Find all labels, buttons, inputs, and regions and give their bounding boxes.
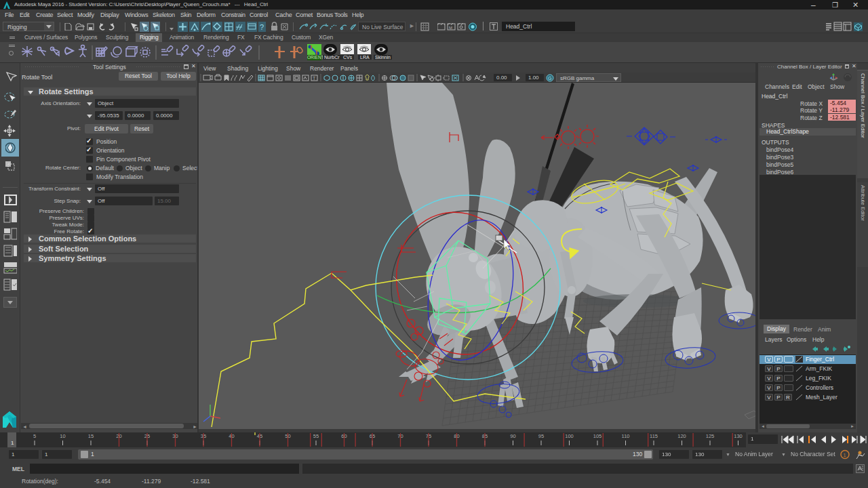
svg-text:115: 115: [650, 433, 658, 439]
svg-text:120: 120: [677, 433, 686, 439]
svg-text:10: 10: [60, 433, 65, 439]
svg-text:90: 90: [510, 433, 515, 439]
svg-text:130: 130: [734, 433, 743, 439]
svg-text:105: 105: [593, 433, 602, 439]
svg-text:110: 110: [622, 433, 630, 439]
svg-text:15: 15: [88, 433, 94, 439]
svg-text:125: 125: [706, 433, 715, 439]
svg-text:95: 95: [538, 433, 544, 439]
svg-text:5: 5: [33, 433, 36, 439]
svg-text:?: ?: [260, 23, 264, 31]
svg-text:G: G: [548, 76, 551, 81]
svg-text:T: T: [313, 76, 316, 81]
svg-text:100: 100: [565, 433, 574, 439]
svg-text:M: M: [449, 26, 452, 30]
svg-text:55: 55: [313, 433, 319, 439]
svg-text:1: 1: [844, 452, 847, 458]
